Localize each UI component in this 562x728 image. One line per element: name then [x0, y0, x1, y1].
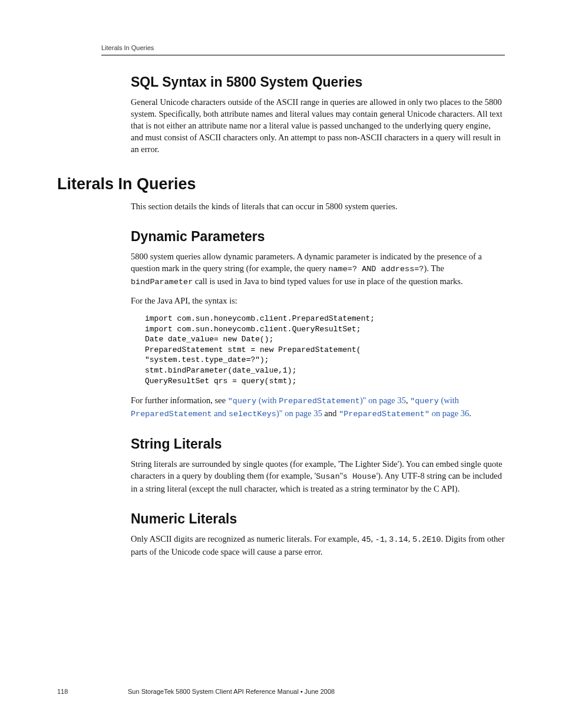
para-string-literals: String literals are surrounded by single… — [131, 458, 505, 495]
para-numeric-literals: Only ASCII digits are recognized as nume… — [131, 533, 505, 558]
text: . — [469, 409, 471, 418]
inline-code: 3.14 — [389, 535, 408, 544]
text: (with — [256, 396, 279, 405]
text: "PreparedStatement" — [339, 410, 429, 419]
text: , — [371, 534, 375, 543]
text: (with — [439, 396, 459, 405]
page-number: 118 — [57, 688, 128, 695]
text: For further information, see — [131, 396, 228, 405]
text: , — [408, 534, 412, 543]
para-sql-syntax: General Unicode characters outside of th… — [131, 96, 505, 155]
xref-query-preparedstatement[interactable]: "query (with PreparedStatement)" on page… — [228, 396, 406, 405]
text: call is used in Java to bind typed value… — [193, 276, 462, 286]
running-header: Literals In Queries — [101, 44, 505, 55]
text: "query — [410, 397, 439, 406]
para-literals-intro: This section details the kinds of litera… — [131, 200, 505, 212]
heading-string-literals: String Literals — [131, 436, 505, 452]
text: on page 36 — [429, 409, 469, 418]
inline-code: s House — [343, 472, 376, 481]
inline-code: name=? AND address=? — [328, 265, 424, 274]
text: and — [322, 409, 339, 418]
heading-literals-in-queries: Literals In Queries — [57, 175, 505, 193]
text: selectKeys — [229, 410, 276, 419]
heading-dynamic-parameters: Dynamic Parameters — [131, 229, 505, 245]
text: ). The — [424, 263, 444, 273]
text: )" on page 35 — [360, 396, 406, 405]
inline-code: -1 — [375, 535, 385, 544]
inline-code: Susan — [316, 472, 340, 481]
text: )" on page 35 — [276, 409, 322, 418]
xref-preparedstatement[interactable]: "PreparedStatement" on page 36 — [339, 409, 469, 418]
inline-code: 45 — [361, 535, 371, 544]
para-dynamic-3: For further information, see "query (wit… — [131, 394, 505, 420]
text: Only ASCII digits are recognized as nume… — [131, 534, 361, 543]
text: PreparedStatement — [279, 397, 360, 406]
page-footer: 118Sun StorageTek 5800 System Client API… — [57, 688, 505, 695]
para-dynamic-1: 5800 system queries allow dynamic parame… — [131, 251, 505, 288]
para-dynamic-2: For the Java API, the syntax is: — [131, 295, 505, 307]
footer-title: Sun StorageTek 5800 System Client API Re… — [128, 688, 335, 695]
text: PreparedStatement — [131, 410, 212, 419]
heading-numeric-literals: Numeric Literals — [131, 511, 505, 527]
code-block-java: import com.sun.honeycomb.client.Prepared… — [145, 314, 505, 386]
text: and — [212, 409, 229, 418]
heading-sql-syntax: SQL Syntax in 5800 System Queries — [131, 74, 505, 90]
text: "query — [228, 397, 257, 406]
inline-code: bindParameter — [131, 278, 193, 286]
inline-code: 5.2E10 — [412, 535, 441, 544]
